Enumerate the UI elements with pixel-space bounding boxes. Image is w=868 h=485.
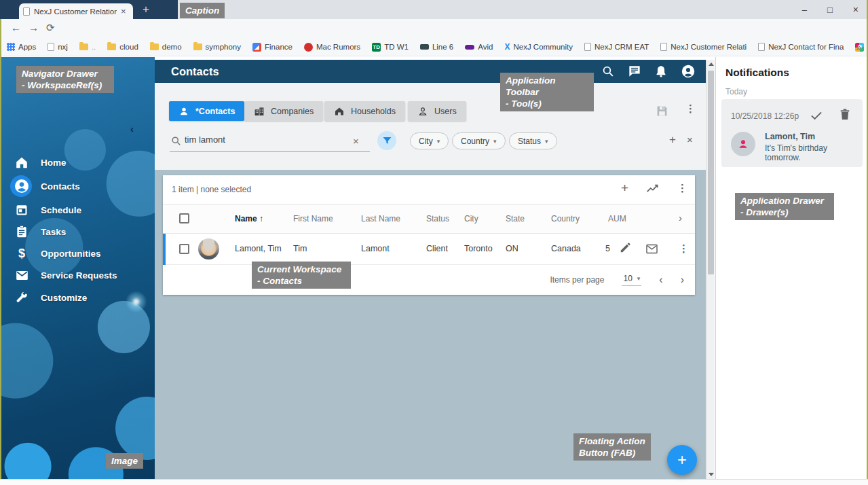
vertical-scrollbar[interactable]	[706, 60, 715, 479]
next-page-icon[interactable]: ›	[681, 274, 684, 286]
column-header-status[interactable]: Status	[426, 214, 449, 223]
caret-down-icon: ▾	[545, 138, 548, 145]
cell-status: Client	[426, 244, 448, 253]
apple-icon	[304, 43, 313, 52]
filter-funnel-button[interactable]	[377, 131, 396, 150]
sidebar-item-service-requests[interactable]: Service Requests	[0, 264, 155, 286]
clear-search-icon[interactable]: ×	[353, 135, 359, 147]
window-minimize-button[interactable]: –	[802, 5, 807, 15]
account-icon[interactable]	[681, 65, 695, 78]
user-outline-icon	[417, 106, 428, 117]
sidebar-item-tasks[interactable]: Tasks	[0, 221, 155, 242]
bookmark-line6[interactable]: Line 6	[420, 43, 453, 51]
annotation-fab: Floating ActionButton (FAB)	[573, 433, 651, 461]
bookmark-apps[interactable]: Apps	[7, 43, 36, 51]
tab-companies[interactable]: Companies	[244, 101, 323, 121]
table-header-row: Name ↑ First Name Last Name Status City …	[163, 204, 695, 234]
scrollbar-thumb[interactable]	[708, 71, 714, 274]
tab-households[interactable]: Households	[324, 101, 405, 121]
email-envelope-icon[interactable]	[645, 242, 658, 255]
bookmarks-overflow-icon[interactable]: »	[856, 42, 861, 52]
save-icon[interactable]	[656, 105, 668, 118]
toolbar-kebab-icon[interactable]: ⋮	[685, 103, 696, 113]
sidebar-item-opportunities[interactable]: $ Opportunities	[0, 242, 155, 264]
bookmark-nexj-community[interactable]: XNexJ Community	[504, 42, 573, 52]
column-header-state[interactable]: State	[506, 214, 525, 223]
chat-icon[interactable]	[628, 65, 641, 77]
bookmark-avid[interactable]: Avid	[465, 43, 493, 51]
application-drawer: Notifications Today 10/25/2018 12:26p La…	[715, 57, 868, 479]
page-title: Contacts	[171, 65, 219, 78]
floating-action-button[interactable]: +	[667, 445, 697, 475]
window-maximize-button[interactable]: □	[827, 5, 833, 15]
drawer-collapse-icon[interactable]: ‹	[130, 123, 134, 134]
column-header-country[interactable]: Country	[551, 214, 580, 223]
browser-tab[interactable]: NexJ Customer Relationship Man ×	[19, 3, 133, 19]
bookmark-cloud[interactable]: cloud	[107, 43, 138, 51]
tab-close-icon[interactable]: ×	[121, 6, 126, 16]
notification-card[interactable]: 10/25/2018 12:26p Lamont, Tim It's Tim's…	[721, 99, 863, 167]
scroll-down-icon[interactable]	[709, 473, 714, 476]
column-header-first-name[interactable]: First Name	[293, 214, 333, 223]
add-record-icon[interactable]: +	[621, 181, 628, 196]
select-all-checkbox[interactable]	[179, 213, 189, 223]
column-header-last-name[interactable]: Last Name	[361, 214, 400, 223]
edit-pencil-icon[interactable]	[619, 241, 632, 254]
back-icon[interactable]: ←	[11, 22, 21, 33]
bookmark-folder[interactable]: ..	[79, 43, 96, 51]
sidebar-item-home[interactable]: Home	[0, 151, 155, 173]
add-filter-icon[interactable]: +	[669, 133, 676, 147]
filter-chip-city[interactable]: City▾	[410, 132, 449, 149]
row-kebab-icon[interactable]: ⋮	[679, 243, 689, 253]
sidebar-item-label: Schedule	[41, 205, 81, 215]
bookmark-symphony[interactable]: symphony	[193, 43, 241, 51]
search-input[interactable]	[185, 134, 347, 145]
close-filters-icon[interactable]: ×	[687, 134, 693, 145]
items-per-page-select[interactable]: 10▾	[622, 274, 641, 286]
bookmark-demo[interactable]: demo	[150, 43, 182, 51]
column-header-name[interactable]: Name ↑	[235, 214, 263, 223]
search-underline	[170, 151, 370, 152]
application-header: Contacts	[155, 60, 706, 83]
mark-done-check-icon[interactable]	[810, 109, 823, 122]
table-row[interactable]: Lamont, Tim Tim Lamont Client Toronto ON…	[163, 234, 695, 265]
sidebar-item-customize[interactable]: Customize	[0, 287, 155, 308]
row-checkbox[interactable]	[179, 244, 189, 254]
trending-chart-icon[interactable]	[646, 182, 660, 196]
bookmark-nxj[interactable]: nxj	[48, 43, 68, 51]
td-icon: TD	[372, 43, 381, 52]
cell-name[interactable]: Lamont, Tim	[235, 244, 282, 253]
search-icon[interactable]	[602, 65, 614, 77]
prev-page-icon[interactable]: ‹	[659, 274, 662, 286]
column-header-aum[interactable]: AUM	[608, 214, 626, 223]
cell-aum: 5	[605, 244, 610, 253]
cell-last-name: Lamont	[361, 244, 390, 253]
notifications-bell-icon[interactable]	[655, 65, 667, 77]
forward-icon[interactable]: →	[29, 22, 39, 33]
column-header-city[interactable]: City	[464, 214, 478, 223]
sidebar-item-schedule[interactable]: Schedule	[0, 199, 155, 221]
new-tab-button[interactable]: +	[143, 3, 149, 16]
filter-chip-status[interactable]: Status▾	[509, 132, 557, 149]
line6-icon	[420, 44, 429, 50]
tab-users[interactable]: Users	[408, 101, 466, 121]
bookmark-macrumors[interactable]: Mac Rumors	[304, 43, 360, 52]
filter-chip-country[interactable]: Country▾	[452, 132, 506, 149]
bookmark-nexj-crm-eat[interactable]: NexJ CRM EAT	[584, 43, 649, 51]
bookmark-nexj-customer[interactable]: NexJ Customer Relati	[660, 43, 747, 51]
delete-trash-icon[interactable]	[838, 107, 852, 121]
application-toolbar	[155, 83, 706, 170]
scroll-up-icon[interactable]	[709, 62, 714, 66]
tab-contacts[interactable]: *Contacts	[169, 101, 244, 121]
notification-contact-name[interactable]: Lamont, Tim	[765, 132, 815, 141]
window-close-button[interactable]: ×	[853, 4, 858, 15]
bookmark-finance[interactable]: ◢Finance	[252, 43, 293, 52]
reload-icon[interactable]: ⟳	[46, 22, 55, 34]
sidebar-item-contacts[interactable]: Contacts	[0, 175, 155, 197]
table-kebab-icon[interactable]: ⋮	[677, 183, 687, 193]
columns-chevron-icon[interactable]: ›	[679, 212, 682, 223]
folder-icon	[193, 43, 202, 50]
bookmark-nexj-contact[interactable]: NexJ Contact for Fina	[758, 43, 844, 51]
apps-grid-icon	[7, 43, 15, 51]
bookmark-tdw1[interactable]: TDTD W1	[372, 43, 409, 52]
